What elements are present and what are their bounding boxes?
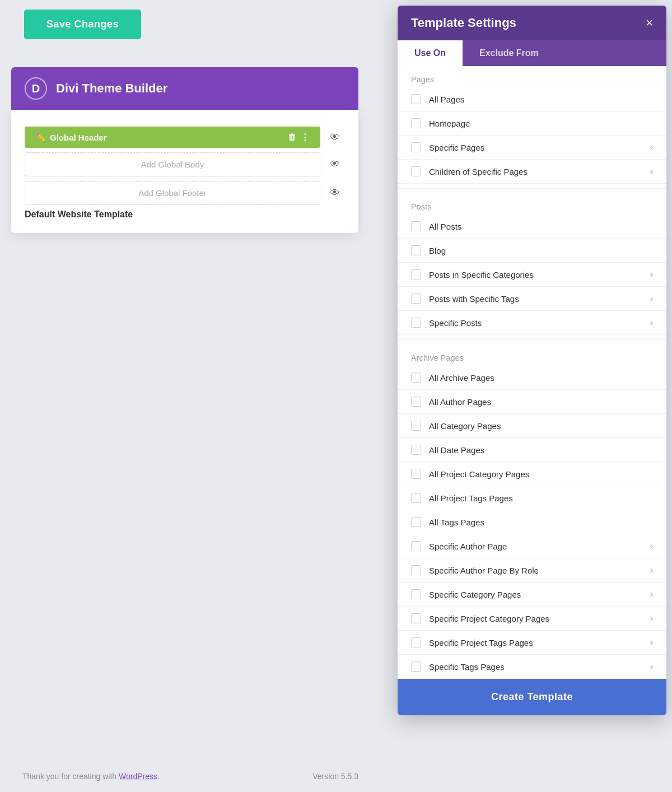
modal-close-button[interactable]: × xyxy=(646,17,653,29)
modal-header: Template Settings × xyxy=(398,6,666,40)
global-header-row: ✏️ Global Header 🗑 ⋮ 👁 xyxy=(25,127,345,148)
checkbox-specific-project-category-pages[interactable] xyxy=(411,613,421,623)
chevron-specific-project-category-pages: › xyxy=(650,613,653,623)
trash-icon: 🗑 xyxy=(288,132,296,142)
chevron-specific-author-page: › xyxy=(650,541,653,551)
create-template-button[interactable]: Create Template xyxy=(398,679,666,715)
save-changes-button[interactable]: Save Changes xyxy=(24,10,141,39)
list-item-specific-author-page-by-role[interactable]: Specific Author Page By Role › xyxy=(398,558,666,583)
list-item-all-tags-pages[interactable]: All Tags Pages xyxy=(398,510,666,534)
list-item-specific-project-category-pages[interactable]: Specific Project Category Pages › xyxy=(398,607,666,631)
footer-text: Thank you for creating with WordPress. xyxy=(22,772,160,781)
checkbox-children-specific-pages[interactable] xyxy=(411,166,421,176)
chevron-specific-project-tags-pages: › xyxy=(650,637,653,647)
chevron-specific-author-page-by-role: › xyxy=(650,565,653,575)
menu-icon: ⋮ xyxy=(301,132,309,142)
add-global-body-button[interactable]: Add Global Body xyxy=(25,152,320,176)
chevron-posts-specific-tags: › xyxy=(650,293,653,304)
checkbox-all-pages[interactable] xyxy=(411,94,421,104)
modal-body[interactable]: Pages All Pages Homepage Specific Pages … xyxy=(398,66,666,679)
list-item-posts-specific-categories[interactable]: Posts in Specific Categories › xyxy=(398,263,666,287)
checkbox-all-author-pages[interactable] xyxy=(411,397,421,407)
list-item-posts-specific-tags[interactable]: Posts with Specific Tags › xyxy=(398,287,666,311)
chevron-specific-category-pages: › xyxy=(650,589,653,599)
builder-content: ✏️ Global Header 🗑 ⋮ 👁 Add Global Body 👁… xyxy=(11,110,358,233)
divi-logo: D xyxy=(25,77,47,100)
list-item-blog[interactable]: Blog xyxy=(398,239,666,263)
chevron-posts-specific-categories: › xyxy=(650,269,653,279)
theme-builder-title: Divi Theme Builder xyxy=(56,81,167,96)
checkbox-specific-category-pages[interactable] xyxy=(411,589,421,599)
list-item-all-posts[interactable]: All Posts xyxy=(398,215,666,239)
checkbox-specific-author-page-by-role[interactable] xyxy=(411,565,421,575)
checkbox-specific-posts[interactable] xyxy=(411,318,421,328)
checkbox-specific-pages[interactable] xyxy=(411,142,421,152)
chevron-specific-posts: › xyxy=(650,318,653,328)
list-item-specific-author-page[interactable]: Specific Author Page › xyxy=(398,534,666,558)
checkbox-blog[interactable] xyxy=(411,245,421,255)
checkbox-specific-author-page[interactable] xyxy=(411,541,421,551)
global-header-button[interactable]: ✏️ Global Header 🗑 ⋮ xyxy=(25,127,320,148)
posts-section-label: Posts xyxy=(398,193,666,215)
checkbox-all-archive-pages[interactable] xyxy=(411,372,421,383)
checkbox-posts-specific-categories[interactable] xyxy=(411,269,421,279)
list-item-specific-pages[interactable]: Specific Pages › xyxy=(398,136,666,160)
divider-2 xyxy=(398,339,666,340)
add-global-footer-row: Add Global Footer 👁 xyxy=(25,181,345,205)
checkbox-posts-specific-tags[interactable] xyxy=(411,293,421,304)
theme-builder-header: D Divi Theme Builder xyxy=(11,67,358,110)
list-item-all-category-pages[interactable]: All Category Pages xyxy=(398,414,666,438)
global-header-visibility-button[interactable]: 👁 xyxy=(325,127,345,147)
global-footer-visibility-button[interactable]: 👁 xyxy=(325,183,345,203)
modal-title: Template Settings xyxy=(411,16,516,30)
list-item-all-pages[interactable]: All Pages xyxy=(398,87,666,111)
eye-icon: 👁 xyxy=(330,132,340,143)
version-text: Version 5.5.3 xyxy=(312,772,358,781)
global-body-visibility-button[interactable]: 👁 xyxy=(325,155,345,175)
builder-area: D Divi Theme Builder ✏️ Global Header 🗑 … xyxy=(0,56,370,792)
list-item-homepage[interactable]: Homepage xyxy=(398,111,666,136)
checkbox-all-tags-pages[interactable] xyxy=(411,517,421,527)
archive-section-label: Archive Pages xyxy=(398,344,666,366)
eye-icon-2: 👁 xyxy=(330,159,340,170)
checkbox-all-posts[interactable] xyxy=(411,221,421,231)
pencil-icon: ✏️ xyxy=(36,133,45,142)
list-item-all-author-pages[interactable]: All Author Pages xyxy=(398,390,666,414)
checkbox-specific-tags-pages[interactable] xyxy=(411,661,421,672)
eye-icon-3: 👁 xyxy=(330,187,340,199)
list-item-children-specific-pages[interactable]: Children of Specific Pages › xyxy=(398,160,666,184)
modal-tabs: Use On Exclude From xyxy=(398,40,666,66)
checkbox-homepage[interactable] xyxy=(411,118,421,128)
list-item-specific-posts[interactable]: Specific Posts › xyxy=(398,311,666,335)
chevron-specific-pages: › xyxy=(650,142,653,152)
list-item-all-project-tags-pages[interactable]: All Project Tags Pages xyxy=(398,486,666,510)
checkbox-all-category-pages[interactable] xyxy=(411,421,421,431)
chevron-specific-tags-pages: › xyxy=(650,661,653,672)
checkbox-all-date-pages[interactable] xyxy=(411,445,421,455)
checkbox-specific-project-tags-pages[interactable] xyxy=(411,637,421,647)
default-template-name: Default Website Template xyxy=(25,209,345,220)
tab-exclude-from[interactable]: Exclude From xyxy=(463,40,556,66)
list-item-specific-project-tags-pages[interactable]: Specific Project Tags Pages › xyxy=(398,631,666,655)
add-global-body-row: Add Global Body 👁 xyxy=(25,152,345,176)
list-item-all-date-pages[interactable]: All Date Pages xyxy=(398,438,666,462)
list-item-specific-category-pages[interactable]: Specific Category Pages › xyxy=(398,583,666,607)
list-item-specific-tags-pages[interactable]: Specific Tags Pages › xyxy=(398,655,666,679)
tab-use-on[interactable]: Use On xyxy=(398,40,463,66)
pages-section-label: Pages xyxy=(398,66,666,87)
template-settings-modal: Template Settings × Use On Exclude From … xyxy=(398,6,666,715)
list-item-all-project-category-pages[interactable]: All Project Category Pages xyxy=(398,462,666,486)
divider-1 xyxy=(398,188,666,189)
checkbox-all-project-category-pages[interactable] xyxy=(411,469,421,479)
checkbox-all-project-tags-pages[interactable] xyxy=(411,493,421,503)
list-item-all-archive-pages[interactable]: All Archive Pages xyxy=(398,366,666,390)
add-global-footer-button[interactable]: Add Global Footer xyxy=(25,181,320,205)
wordpress-link[interactable]: WordPress xyxy=(119,772,157,781)
chevron-children-specific-pages: › xyxy=(650,166,653,176)
